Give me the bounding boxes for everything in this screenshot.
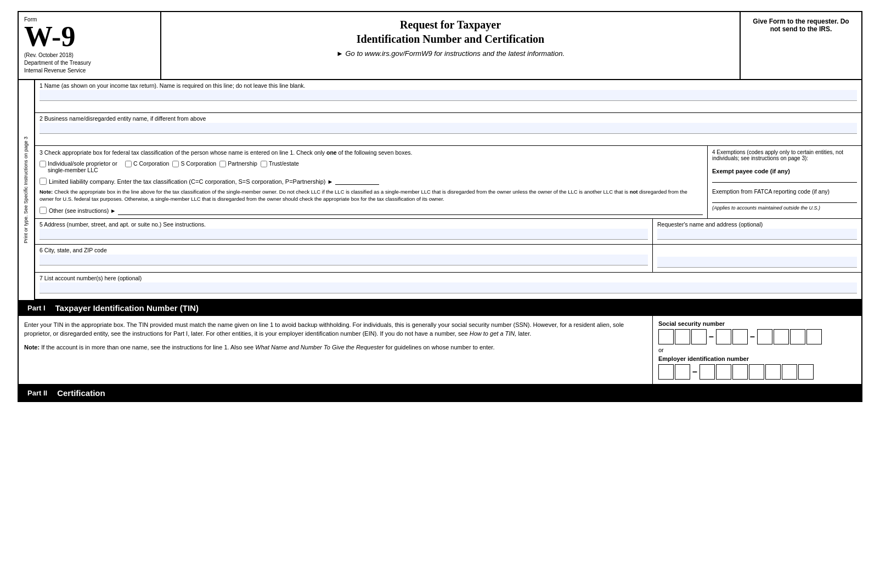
checkbox-c-corp: C Corporation — [125, 160, 169, 167]
ein-cell-9[interactable] — [798, 364, 814, 380]
form-number: W-9 — [24, 22, 155, 51]
ssn-box: – – — [658, 329, 856, 344]
rev-date: (Rev. October 2018) — [24, 52, 155, 58]
ein-group2 — [700, 364, 814, 380]
form-title: Request for Taxpayer Identification Numb… — [172, 18, 729, 46]
ssn-group3 — [757, 329, 822, 344]
fatca-italic: (Applies to accounts maintained outside … — [712, 205, 857, 211]
dept: Department of the Treasury Internal Reve… — [24, 59, 155, 75]
ein-box: – — [658, 364, 856, 380]
header-center: Request for Taxpayer Identification Numb… — [161, 12, 741, 79]
ssn-group1 — [658, 329, 707, 344]
part1-left: Enter your TIN in the appropriate box. T… — [19, 316, 653, 384]
checkbox-individual: Individual/sole proprietor or single-mem… — [40, 160, 122, 173]
col-req: Requester's name and address (optional) — [653, 219, 861, 244]
requester-input[interactable] — [657, 229, 857, 240]
fatca-label: Exemption from FATCA reporting code (if … — [712, 188, 857, 203]
checkbox-individual-input[interactable] — [40, 161, 46, 167]
row-3-4: 3 Check appropriate box for federal tax … — [35, 146, 861, 219]
or-text: or — [658, 347, 856, 353]
ssn-cell-3[interactable] — [691, 329, 707, 344]
ein-cell-5[interactable] — [732, 364, 748, 380]
exempt-payee-input[interactable] — [712, 176, 857, 183]
sidebar-text: Print or type. See Specific Instructions… — [22, 134, 31, 246]
col-4: 4 Exemptions (codes apply only to certai… — [708, 146, 861, 218]
part1-header: Part I Taxpayer Identification Number (T… — [19, 300, 861, 316]
ssn-cell-7[interactable] — [774, 329, 789, 344]
field-2-label: 2 Business name/disregarded entity name,… — [40, 115, 857, 122]
checkbox-trust: Trust/estate — [261, 160, 299, 167]
field-1-row: 1 Name (as shown on your income tax retu… — [35, 80, 861, 113]
part2-title: Certification — [57, 388, 105, 398]
field-2-row: 2 Business name/disregarded entity name,… — [35, 113, 861, 146]
checkbox-partnership: Partnership — [219, 160, 257, 167]
checkbox-s-corp: S Corporation — [172, 160, 216, 167]
sidebar: Print or type. See Specific Instructions… — [19, 80, 35, 300]
field-7-label: 7 List account number(s) here (optional) — [40, 275, 857, 281]
checkbox-c-corp-input[interactable] — [125, 161, 132, 167]
ein-cell-6[interactable] — [749, 364, 764, 380]
col-6: 6 City, state, and ZIP code — [35, 245, 653, 272]
field-3-label: 3 Check appropriate box for federal tax … — [40, 149, 703, 156]
other-row: Other (see instructions) ► — [40, 206, 703, 215]
requester-address-input[interactable] — [657, 257, 857, 268]
field-5-input[interactable] — [40, 229, 648, 240]
field-1-input[interactable] — [40, 90, 857, 101]
ssn-cell-5[interactable] — [732, 329, 748, 344]
ein-cell-7[interactable] — [765, 364, 781, 380]
ssn-cell-4[interactable] — [716, 329, 731, 344]
ssn-cell-9[interactable] — [806, 329, 822, 344]
field-6-input[interactable] — [40, 255, 648, 265]
ssn-cell-2[interactable] — [675, 329, 690, 344]
ein-cell-1[interactable] — [658, 364, 674, 380]
note-text: Note: Check the appropriate box in the l… — [40, 188, 703, 203]
exempt-payee-section: Exempt payee code (if any) — [712, 168, 857, 183]
requester-label: Requester's name and address (optional) — [657, 221, 857, 228]
ssn-group2 — [716, 329, 748, 344]
checkbox-trust-input[interactable] — [261, 161, 267, 167]
form-header: Form W-9 (Rev. October 2018) Department … — [19, 12, 861, 80]
ssn-cell-6[interactable] — [757, 329, 772, 344]
col-5: 5 Address (number, street, and apt. or s… — [35, 219, 653, 244]
part2-header: Part II Certification — [19, 385, 861, 401]
col-3: 3 Check appropriate box for federal tax … — [35, 146, 708, 218]
ssn-dash-1: – — [709, 332, 714, 342]
ein-cell-2[interactable] — [675, 364, 690, 380]
ein-cell-8[interactable] — [782, 364, 797, 380]
row-6: 6 City, state, and ZIP code — [35, 245, 861, 273]
field-5-label: 5 Address (number, street, and apt. or s… — [40, 221, 648, 228]
col-6b — [653, 245, 861, 272]
ein-dash: – — [692, 367, 697, 377]
field-1-label: 1 Name (as shown on your income tax retu… — [40, 82, 857, 89]
llc-row: Limited liability company. Enter the tax… — [40, 178, 703, 185]
ssn-cell-1[interactable] — [658, 329, 674, 344]
row-7: 7 List account number(s) here (optional) — [35, 273, 861, 300]
ein-cell-4[interactable] — [716, 364, 731, 380]
checkboxes-row: Individual/sole proprietor or single-mem… — [40, 160, 703, 173]
field-2-input[interactable] — [40, 123, 857, 134]
ssn-cell-8[interactable] — [790, 329, 805, 344]
checkbox-other-input[interactable] — [40, 207, 47, 214]
header-right: Give Form to the requester. Do not send … — [741, 12, 861, 79]
form-subtitle: ► Go to www.irs.gov/FormW9 for instructi… — [172, 49, 729, 58]
form-fields: 1 Name (as shown on your income tax retu… — [35, 80, 861, 300]
form-body: Print or type. See Specific Instructions… — [19, 80, 861, 300]
ein-label: Employer identification number — [658, 355, 856, 362]
checkbox-partnership-input[interactable] — [219, 161, 226, 167]
part1-label: Part I — [23, 303, 50, 313]
ein-group1 — [658, 364, 690, 380]
ssn-label: Social security number — [658, 320, 856, 327]
checkbox-llc-input[interactable] — [40, 178, 47, 185]
part1-title: Taxpayer Identification Number (TIN) — [55, 303, 199, 313]
part1-body: Enter your TIN in the appropriate box. T… — [19, 316, 861, 385]
row-5-req: 5 Address (number, street, and apt. or s… — [35, 219, 861, 245]
llc-classification-input[interactable] — [335, 178, 379, 185]
field-4-label: 4 Exemptions (codes apply only to certai… — [712, 149, 857, 161]
checkbox-s-corp-input[interactable] — [172, 161, 179, 167]
header-left: Form W-9 (Rev. October 2018) Department … — [19, 12, 161, 79]
ein-cell-3[interactable] — [700, 364, 715, 380]
fatca-input[interactable] — [712, 196, 857, 203]
field-7-input[interactable] — [40, 282, 857, 293]
other-input[interactable] — [118, 206, 703, 215]
part2-label: Part II — [23, 388, 52, 398]
